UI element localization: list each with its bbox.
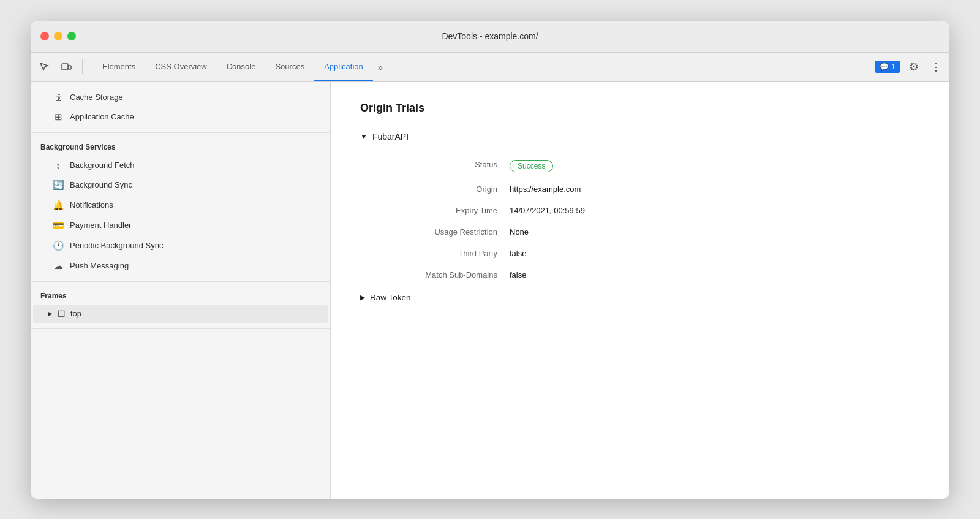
svg-rect-0 [62,64,68,70]
status-label: Status [375,154,510,178]
raw-token-expand-icon: ▶ [360,294,365,301]
tab-application[interactable]: Application [314,53,373,81]
sidebar-item-application-cache[interactable]: ⊞ Application Cache [33,107,328,127]
window-title: DevTools - example.com/ [442,31,538,41]
frames-top-expand-icon: ▶ [48,310,53,317]
tab-elements[interactable]: Elements [92,53,145,81]
tab-css-overview[interactable]: CSS Overview [145,53,217,81]
close-button[interactable] [40,32,49,40]
traffic-lights [40,32,76,40]
detail-grid: Status Success Origin https://example.co… [375,154,920,286]
sidebar-item-background-sync[interactable]: 🔄 Background Sync [33,175,328,195]
more-options-icon[interactable]: ⋮ [927,58,944,75]
application-cache-icon: ⊞ [53,112,64,123]
content-area: Origin Trials ▼ FubarAPI Status Success … [331,82,949,499]
third-party-value: false [510,243,920,264]
background-sync-icon: 🔄 [53,180,64,191]
background-services-title: Background Services [31,138,330,155]
tab-more-button[interactable]: » [373,53,388,81]
sidebar-item-frames-top[interactable]: ▶ ☐ top [33,305,328,323]
frames-top-folder-icon: ☐ [58,309,66,319]
status-value: Success [510,154,920,178]
tab-bar-right-controls: 💬 1 ⚙ ⋮ [875,53,944,81]
background-services-section: Background Services ↕ Background Fetch 🔄… [31,133,330,282]
tab-console[interactable]: Console [217,53,266,81]
device-toolbar-icon[interactable] [58,58,75,75]
messages-badge-button[interactable]: 💬 1 [875,61,900,73]
sidebar-item-push-messaging[interactable]: ☁ Push Messaging [33,256,328,276]
periodic-background-sync-icon: 🕐 [53,240,64,251]
inspect-icon[interactable] [36,58,53,75]
expiry-time-label: Expiry Time [375,200,510,221]
notifications-icon: 🔔 [53,200,64,211]
expiry-time-value: 14/07/2021, 00:59:59 [510,200,920,221]
match-sub-domains-label: Match Sub-Domains [375,264,510,286]
settings-icon[interactable]: ⚙ [905,58,922,75]
maximize-button[interactable] [67,32,76,40]
tab-divider [82,59,83,74]
sidebar-item-notifications[interactable]: 🔔 Notifications [33,195,328,215]
tab-sources[interactable]: Sources [265,53,314,81]
third-party-label: Third Party [375,243,510,264]
raw-token-row[interactable]: ▶ Raw Token [360,293,920,302]
sidebar-item-periodic-background-sync[interactable]: 🕐 Periodic Background Sync [33,236,328,256]
svg-rect-1 [69,66,71,69]
frames-title: Frames [31,287,330,304]
title-bar: DevTools - example.com/ [31,21,949,53]
push-messaging-icon: ☁ [53,260,64,271]
sidebar-item-cache-storage[interactable]: 🗄 Cache Storage [33,88,328,107]
page-title: Origin Trials [360,102,920,115]
payment-handler-icon: 💳 [53,220,64,231]
usage-restriction-label: Usage Restriction [375,221,510,243]
raw-token-label: Raw Token [370,293,411,302]
status-badge: Success [510,160,553,172]
messages-icon: 💬 [880,63,889,71]
origin-label: Origin [375,178,510,200]
tab-bar: Elements CSS Overview Console Sources Ap… [31,53,949,82]
tabs: Elements CSS Overview Console Sources Ap… [92,53,875,81]
storage-section: 🗄 Cache Storage ⊞ Application Cache [31,82,330,133]
frames-section: Frames ▶ ☐ top [31,282,330,329]
sidebar: 🗄 Cache Storage ⊞ Application Cache Back… [31,82,331,499]
messages-count: 1 [891,63,895,71]
api-header-fubarapi[interactable]: ▼ FubarAPI [360,132,920,142]
tab-bar-left-controls [36,53,85,81]
sidebar-item-payment-handler[interactable]: 💳 Payment Handler [33,216,328,235]
match-sub-domains-value: false [510,264,920,286]
minimize-button[interactable] [54,32,62,40]
api-name: FubarAPI [372,132,409,142]
api-section-fubarapi: ▼ FubarAPI Status Success Origin https:/… [360,132,920,302]
background-fetch-icon: ↕ [53,160,64,170]
sidebar-item-background-fetch[interactable]: ↕ Background Fetch [33,156,328,175]
origin-value: https://example.com [510,178,920,200]
devtools-window: DevTools - example.com/ Elements C [31,21,949,499]
usage-restriction-value: None [510,221,920,243]
cache-storage-icon: 🗄 [53,92,64,102]
main-content: 🗄 Cache Storage ⊞ Application Cache Back… [31,82,949,499]
chevron-down-icon: ▼ [360,132,368,141]
